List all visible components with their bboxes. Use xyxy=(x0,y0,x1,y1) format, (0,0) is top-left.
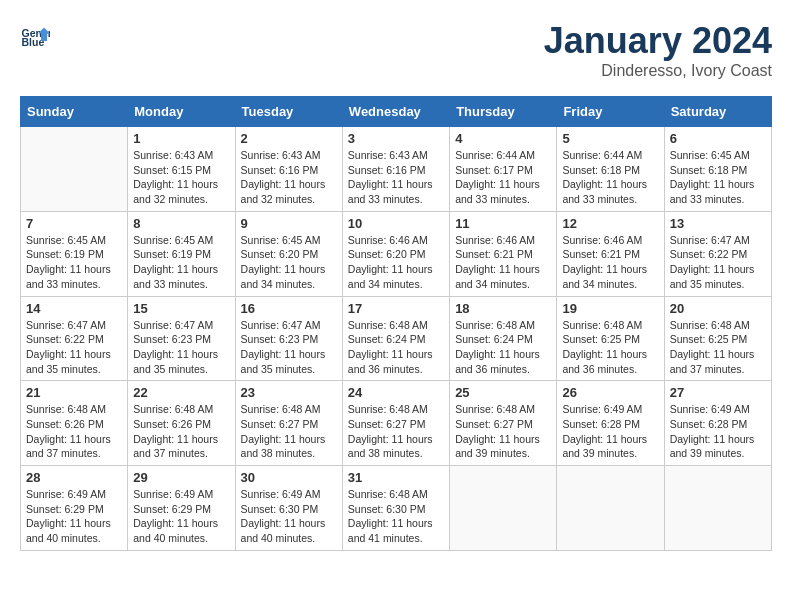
calendar-cell: 25Sunrise: 6:48 AM Sunset: 6:27 PM Dayli… xyxy=(450,381,557,466)
day-info: Sunrise: 6:49 AM Sunset: 6:29 PM Dayligh… xyxy=(26,487,122,546)
day-number: 20 xyxy=(670,301,766,316)
day-number: 25 xyxy=(455,385,551,400)
day-number: 30 xyxy=(241,470,337,485)
day-info: Sunrise: 6:43 AM Sunset: 6:15 PM Dayligh… xyxy=(133,148,229,207)
day-number: 10 xyxy=(348,216,444,231)
calendar-subtitle: Dinderesso, Ivory Coast xyxy=(544,62,772,80)
calendar-cell: 24Sunrise: 6:48 AM Sunset: 6:27 PM Dayli… xyxy=(342,381,449,466)
page-header: General Blue January 2024 Dinderesso, Iv… xyxy=(20,20,772,80)
day-info: Sunrise: 6:48 AM Sunset: 6:26 PM Dayligh… xyxy=(26,402,122,461)
title-block: January 2024 Dinderesso, Ivory Coast xyxy=(544,20,772,80)
day-number: 11 xyxy=(455,216,551,231)
day-number: 13 xyxy=(670,216,766,231)
day-number: 22 xyxy=(133,385,229,400)
day-number: 1 xyxy=(133,131,229,146)
calendar-cell: 26Sunrise: 6:49 AM Sunset: 6:28 PM Dayli… xyxy=(557,381,664,466)
calendar-cell: 23Sunrise: 6:48 AM Sunset: 6:27 PM Dayli… xyxy=(235,381,342,466)
calendar-cell: 28Sunrise: 6:49 AM Sunset: 6:29 PM Dayli… xyxy=(21,466,128,551)
calendar-title: January 2024 xyxy=(544,20,772,62)
day-number: 17 xyxy=(348,301,444,316)
day-info: Sunrise: 6:48 AM Sunset: 6:25 PM Dayligh… xyxy=(670,318,766,377)
day-info: Sunrise: 6:45 AM Sunset: 6:19 PM Dayligh… xyxy=(133,233,229,292)
calendar-cell: 9Sunrise: 6:45 AM Sunset: 6:20 PM Daylig… xyxy=(235,211,342,296)
day-info: Sunrise: 6:47 AM Sunset: 6:22 PM Dayligh… xyxy=(670,233,766,292)
day-number: 7 xyxy=(26,216,122,231)
day-number: 8 xyxy=(133,216,229,231)
day-info: Sunrise: 6:48 AM Sunset: 6:25 PM Dayligh… xyxy=(562,318,658,377)
day-info: Sunrise: 6:48 AM Sunset: 6:30 PM Dayligh… xyxy=(348,487,444,546)
day-number: 29 xyxy=(133,470,229,485)
calendar-cell: 17Sunrise: 6:48 AM Sunset: 6:24 PM Dayli… xyxy=(342,296,449,381)
day-number: 23 xyxy=(241,385,337,400)
weekday-header-row: SundayMondayTuesdayWednesdayThursdayFrid… xyxy=(21,97,772,127)
calendar-week-row: 14Sunrise: 6:47 AM Sunset: 6:22 PM Dayli… xyxy=(21,296,772,381)
calendar-cell: 1Sunrise: 6:43 AM Sunset: 6:15 PM Daylig… xyxy=(128,127,235,212)
day-number: 4 xyxy=(455,131,551,146)
day-number: 5 xyxy=(562,131,658,146)
calendar-cell: 29Sunrise: 6:49 AM Sunset: 6:29 PM Dayli… xyxy=(128,466,235,551)
weekday-header: Friday xyxy=(557,97,664,127)
calendar-cell: 22Sunrise: 6:48 AM Sunset: 6:26 PM Dayli… xyxy=(128,381,235,466)
day-number: 24 xyxy=(348,385,444,400)
day-info: Sunrise: 6:43 AM Sunset: 6:16 PM Dayligh… xyxy=(348,148,444,207)
day-info: Sunrise: 6:49 AM Sunset: 6:29 PM Dayligh… xyxy=(133,487,229,546)
day-info: Sunrise: 6:45 AM Sunset: 6:18 PM Dayligh… xyxy=(670,148,766,207)
calendar-cell xyxy=(450,466,557,551)
day-number: 3 xyxy=(348,131,444,146)
calendar-cell: 7Sunrise: 6:45 AM Sunset: 6:19 PM Daylig… xyxy=(21,211,128,296)
calendar-cell: 2Sunrise: 6:43 AM Sunset: 6:16 PM Daylig… xyxy=(235,127,342,212)
day-info: Sunrise: 6:47 AM Sunset: 6:23 PM Dayligh… xyxy=(133,318,229,377)
calendar-cell: 19Sunrise: 6:48 AM Sunset: 6:25 PM Dayli… xyxy=(557,296,664,381)
day-number: 27 xyxy=(670,385,766,400)
day-info: Sunrise: 6:48 AM Sunset: 6:27 PM Dayligh… xyxy=(348,402,444,461)
day-info: Sunrise: 6:47 AM Sunset: 6:23 PM Dayligh… xyxy=(241,318,337,377)
day-info: Sunrise: 6:48 AM Sunset: 6:24 PM Dayligh… xyxy=(348,318,444,377)
calendar-cell: 14Sunrise: 6:47 AM Sunset: 6:22 PM Dayli… xyxy=(21,296,128,381)
day-number: 2 xyxy=(241,131,337,146)
calendar-cell: 15Sunrise: 6:47 AM Sunset: 6:23 PM Dayli… xyxy=(128,296,235,381)
calendar-cell: 8Sunrise: 6:45 AM Sunset: 6:19 PM Daylig… xyxy=(128,211,235,296)
svg-text:Blue: Blue xyxy=(22,36,45,48)
calendar-cell: 12Sunrise: 6:46 AM Sunset: 6:21 PM Dayli… xyxy=(557,211,664,296)
calendar-cell: 27Sunrise: 6:49 AM Sunset: 6:28 PM Dayli… xyxy=(664,381,771,466)
day-number: 14 xyxy=(26,301,122,316)
day-number: 31 xyxy=(348,470,444,485)
day-info: Sunrise: 6:46 AM Sunset: 6:20 PM Dayligh… xyxy=(348,233,444,292)
day-number: 26 xyxy=(562,385,658,400)
day-info: Sunrise: 6:45 AM Sunset: 6:20 PM Dayligh… xyxy=(241,233,337,292)
day-number: 6 xyxy=(670,131,766,146)
calendar-week-row: 21Sunrise: 6:48 AM Sunset: 6:26 PM Dayli… xyxy=(21,381,772,466)
calendar-cell xyxy=(557,466,664,551)
day-info: Sunrise: 6:48 AM Sunset: 6:27 PM Dayligh… xyxy=(241,402,337,461)
day-number: 16 xyxy=(241,301,337,316)
calendar-cell: 11Sunrise: 6:46 AM Sunset: 6:21 PM Dayli… xyxy=(450,211,557,296)
day-number: 18 xyxy=(455,301,551,316)
day-number: 12 xyxy=(562,216,658,231)
calendar-cell: 10Sunrise: 6:46 AM Sunset: 6:20 PM Dayli… xyxy=(342,211,449,296)
day-info: Sunrise: 6:44 AM Sunset: 6:17 PM Dayligh… xyxy=(455,148,551,207)
day-info: Sunrise: 6:43 AM Sunset: 6:16 PM Dayligh… xyxy=(241,148,337,207)
calendar-week-row: 28Sunrise: 6:49 AM Sunset: 6:29 PM Dayli… xyxy=(21,466,772,551)
day-info: Sunrise: 6:45 AM Sunset: 6:19 PM Dayligh… xyxy=(26,233,122,292)
weekday-header: Monday xyxy=(128,97,235,127)
logo: General Blue xyxy=(20,20,50,50)
calendar-cell xyxy=(664,466,771,551)
weekday-header: Saturday xyxy=(664,97,771,127)
calendar-table: SundayMondayTuesdayWednesdayThursdayFrid… xyxy=(20,96,772,551)
day-info: Sunrise: 6:49 AM Sunset: 6:28 PM Dayligh… xyxy=(670,402,766,461)
day-info: Sunrise: 6:46 AM Sunset: 6:21 PM Dayligh… xyxy=(562,233,658,292)
day-info: Sunrise: 6:47 AM Sunset: 6:22 PM Dayligh… xyxy=(26,318,122,377)
day-info: Sunrise: 6:48 AM Sunset: 6:26 PM Dayligh… xyxy=(133,402,229,461)
weekday-header: Wednesday xyxy=(342,97,449,127)
calendar-cell: 21Sunrise: 6:48 AM Sunset: 6:26 PM Dayli… xyxy=(21,381,128,466)
day-number: 9 xyxy=(241,216,337,231)
calendar-cell: 3Sunrise: 6:43 AM Sunset: 6:16 PM Daylig… xyxy=(342,127,449,212)
calendar-cell xyxy=(21,127,128,212)
calendar-week-row: 1Sunrise: 6:43 AM Sunset: 6:15 PM Daylig… xyxy=(21,127,772,212)
day-number: 28 xyxy=(26,470,122,485)
calendar-cell: 18Sunrise: 6:48 AM Sunset: 6:24 PM Dayli… xyxy=(450,296,557,381)
day-info: Sunrise: 6:44 AM Sunset: 6:18 PM Dayligh… xyxy=(562,148,658,207)
day-number: 19 xyxy=(562,301,658,316)
weekday-header: Thursday xyxy=(450,97,557,127)
calendar-cell: 6Sunrise: 6:45 AM Sunset: 6:18 PM Daylig… xyxy=(664,127,771,212)
